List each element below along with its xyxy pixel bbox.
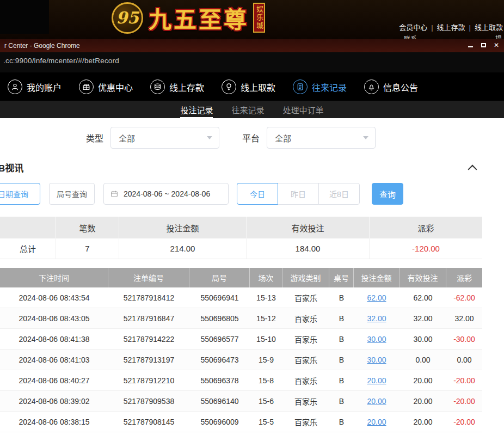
- cell-order-id: 521787908145: [108, 412, 189, 432]
- withdraw-icon: [222, 79, 236, 94]
- logo-text: 九五至尊: [149, 1, 249, 34]
- cell-game: 百家乐: [282, 391, 329, 412]
- cell-table-no: B: [329, 391, 354, 412]
- cell-table-no: B: [329, 329, 354, 350]
- caret-down-icon: [207, 136, 212, 139]
- cell-bet-link[interactable]: 20.00: [354, 412, 399, 432]
- nav-item-transaction-records[interactable]: 往来记录: [293, 79, 347, 94]
- cell-session: 15-12: [250, 308, 282, 329]
- section-title: B视讯: [0, 161, 23, 174]
- maximize-button[interactable]: [477, 40, 490, 50]
- link-member-center[interactable]: 会员中心: [399, 23, 427, 32]
- cell-time: 2024-08-06 08:39:02: [0, 391, 108, 412]
- records-icon: [293, 79, 308, 94]
- summary-header-valid-bet: 有效投注: [247, 217, 370, 238]
- cell-valid: 20.00: [399, 412, 446, 432]
- quick-yesterday-button[interactable]: 昨日: [278, 183, 319, 205]
- nav-label: 信息公告: [383, 81, 418, 94]
- cell-order-id: 521787914222: [108, 329, 189, 350]
- header-links: 会员中心|线上存款|线上取款: [399, 22, 503, 32]
- cell-bet-link[interactable]: 30.00: [354, 329, 399, 350]
- cell-valid: 30.00: [399, 329, 446, 350]
- cell-payout: -20.00: [446, 370, 482, 391]
- cell-bet-link[interactable]: 30.00: [354, 350, 399, 370]
- minimize-button[interactable]: [464, 40, 477, 50]
- link-separator: |: [469, 23, 471, 32]
- table-row: 2024-08-06 08:40:27 521787912210 5506963…: [0, 370, 482, 391]
- cell-payout: -20.00: [446, 391, 482, 412]
- cell-payout: -20.00: [446, 412, 482, 432]
- cell-round: 550696378: [189, 370, 250, 391]
- close-icon: ✕: [494, 41, 499, 49]
- cell-session: 15-9: [250, 350, 282, 370]
- cell-payout: -30.00: [446, 329, 482, 350]
- site-logo: 95 九五至尊 娱乐城: [112, 1, 265, 34]
- cell-game: 百家乐: [282, 329, 329, 350]
- nav-label: 优惠中心: [98, 81, 133, 94]
- tab-pending-orders[interactable]: 处理中订单: [283, 101, 324, 118]
- date-range-picker[interactable]: 2024-08-06 ~ 2024-08-06: [103, 183, 229, 205]
- round-query-button[interactable]: 局号查询: [49, 183, 95, 205]
- summary-total-label: 总计: [0, 238, 56, 259]
- col-header-payout: 派彩: [446, 268, 482, 287]
- table-row: 2024-08-06 08:41:03 521787913197 5506964…: [0, 350, 482, 370]
- nav-item-online-withdraw[interactable]: 线上取款: [222, 79, 275, 94]
- cell-round: 550696009: [189, 412, 250, 432]
- type-select[interactable]: 全部: [110, 127, 219, 149]
- announcement-icon: [364, 79, 379, 94]
- browser-address-bar[interactable]: .cc:9900/infe/mcenter/#/betRecord: [0, 52, 504, 73]
- nav-label: 往来记录: [312, 81, 347, 94]
- nav-label: 线上存款: [169, 81, 204, 94]
- quick-today-button[interactable]: 今日: [237, 183, 278, 205]
- nav-item-online-deposit[interactable]: 线上存款: [150, 79, 204, 94]
- type-select-value: 全部: [119, 132, 135, 144]
- tab-transaction-records[interactable]: 往来记录: [231, 101, 264, 118]
- cell-valid: 20.00: [399, 391, 446, 412]
- browser-title-bar: r Center - Google Chrome ✕: [0, 39, 504, 52]
- search-button[interactable]: 查询: [372, 183, 403, 205]
- cell-order-id: 521787913197: [108, 350, 189, 370]
- cell-game: 百家乐: [282, 350, 329, 370]
- cell-order-id: 521787912210: [108, 370, 189, 391]
- gift-icon: [79, 79, 94, 94]
- cell-bet-link[interactable]: 32.00: [354, 308, 399, 329]
- logo-95-icon: 95: [112, 2, 143, 34]
- summary-header-bet-amount: 投注金额: [119, 217, 247, 238]
- summary-count: 7: [56, 238, 119, 259]
- query-toolbar: 日期查询 局号查询 2024-08-06 ~ 2024-08-06 今日 昨日 …: [0, 183, 504, 205]
- site-header: 95 九五至尊 娱乐城 会员中心|线上存款|线上取款 联系 提: [0, 0, 504, 39]
- logo-badge: 娱乐城: [253, 3, 265, 33]
- cell-bet-link[interactable]: 20.00: [354, 370, 399, 391]
- cell-bet-link[interactable]: 20.00: [354, 391, 399, 412]
- link-online-deposit[interactable]: 线上存款: [437, 23, 465, 32]
- nav-item-my-account[interactable]: 我的账户: [8, 79, 62, 94]
- cell-bet-link[interactable]: 62.00: [354, 287, 399, 308]
- platform-select[interactable]: 全部: [267, 127, 376, 149]
- date-query-button[interactable]: 日期查询: [0, 183, 40, 205]
- summary-bet-amount: 214.00: [119, 238, 247, 259]
- chevron-up-icon[interactable]: [468, 164, 477, 174]
- col-header-bet: 投注金额: [354, 268, 399, 287]
- tab-bet-records[interactable]: 投注记录: [180, 101, 213, 118]
- window-title: r Center - Google Chrome: [4, 42, 80, 50]
- summary-payout: -120.00: [370, 238, 482, 259]
- col-header-game: 游戏类别: [282, 268, 329, 287]
- quick-range-group: 今日 昨日 近8日: [237, 183, 360, 205]
- cell-time: 2024-08-06 08:43:54: [0, 287, 108, 308]
- cell-order-id: 521787909538: [108, 391, 189, 412]
- link-online-withdraw[interactable]: 线上取款: [475, 23, 503, 32]
- table-header-row: 下注时间 注单编号 局号 场次 游戏类别 桌号 投注金额 有效投注 派彩: [0, 268, 482, 287]
- close-button[interactable]: ✕: [490, 40, 503, 50]
- nav-item-announcements[interactable]: 信息公告: [364, 79, 418, 94]
- cell-round: 550696577: [189, 329, 250, 350]
- nav-item-promotions[interactable]: 优惠中心: [79, 79, 133, 94]
- summary-header-empty: [0, 217, 56, 238]
- cell-round: 550696140: [189, 391, 250, 412]
- bet-record-table: 下注时间 注单编号 局号 场次 游戏类别 桌号 投注金额 有效投注 派彩 202…: [0, 268, 482, 432]
- cell-time: 2024-08-06 08:41:38: [0, 329, 108, 350]
- cell-table-no: B: [329, 412, 354, 432]
- cell-time: 2024-08-06 08:43:05: [0, 308, 108, 329]
- quick-last8days-button[interactable]: 近8日: [318, 183, 360, 205]
- nav-label: 我的账户: [27, 81, 62, 94]
- user-icon: [8, 79, 22, 94]
